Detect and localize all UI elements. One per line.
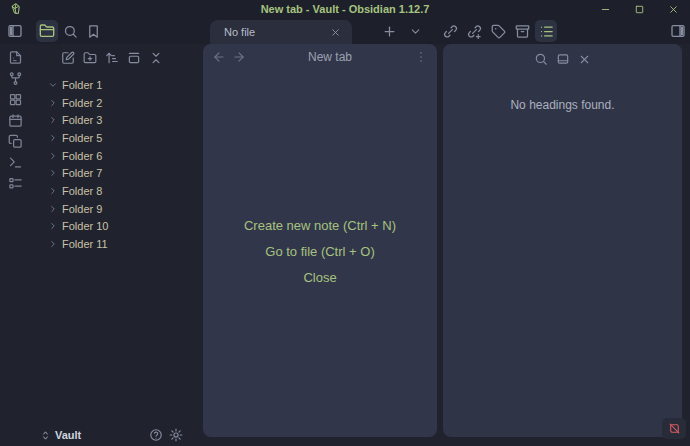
empty-state-actions: Create new note (Ctrl + N) Go to file (C… [203, 218, 437, 285]
arrow-left-icon [212, 50, 226, 64]
chevron-down-icon [409, 25, 422, 38]
folder-icon [39, 23, 55, 39]
view-header: New tab [203, 44, 437, 70]
new-canvas-button[interactable] [4, 47, 26, 68]
folder-item[interactable]: Folder 9 [0, 200, 200, 218]
outline-close-button[interactable] [575, 49, 595, 69]
outgoing-links-button[interactable] [463, 20, 485, 42]
chevron-right-icon [48, 204, 58, 214]
backlinks-button[interactable] [439, 20, 461, 42]
folder-name: Folder 2 [62, 97, 102, 109]
file-explorer-toolbar [58, 48, 166, 68]
tab-label: No file [224, 26, 326, 38]
stack-view-button[interactable] [124, 48, 144, 68]
outline-expand-button[interactable] [553, 49, 573, 69]
settings-button[interactable] [166, 425, 186, 445]
link-incoming-icon [443, 24, 458, 39]
folder-item[interactable]: Folder 5 [0, 129, 200, 147]
folder-name: Folder 1 [62, 79, 102, 91]
toggle-left-sidebar-button[interactable] [4, 20, 26, 42]
outline-header [443, 44, 682, 70]
search-icon [63, 24, 78, 39]
bookmark-icon [86, 24, 101, 39]
folder-item[interactable]: Folder 10 [0, 218, 200, 236]
folder-name: Folder 11 [62, 238, 108, 250]
help-icon [149, 428, 163, 442]
dots-vertical-icon [414, 50, 428, 64]
new-folder-button[interactable] [80, 48, 100, 68]
outline-empty-message: No headings found. [443, 98, 682, 112]
chevrons-up-down-icon [40, 430, 51, 441]
status-bar [662, 418, 686, 439]
tab-list-button[interactable] [404, 20, 426, 42]
folder-item[interactable]: Folder 1 [0, 76, 200, 94]
folder-name: Folder 8 [62, 185, 102, 197]
sort-order-button[interactable] [102, 48, 122, 68]
folder-name: Folder 6 [62, 150, 102, 162]
folder-item[interactable]: Folder 11 [0, 235, 200, 253]
folder-plus-icon [83, 51, 97, 65]
empty-state-action-link[interactable]: Close [303, 270, 336, 285]
close-button[interactable] [656, 0, 690, 18]
archive-icon [515, 24, 530, 39]
chevron-right-icon [48, 239, 58, 249]
collapse-all-button[interactable] [146, 48, 166, 68]
navigate-back-button[interactable] [209, 47, 229, 67]
more-options-button[interactable] [411, 47, 431, 67]
sort-icon [105, 51, 119, 65]
folder-name: Folder 5 [62, 132, 102, 144]
new-note-button[interactable] [58, 48, 78, 68]
folder-item[interactable]: Folder 7 [0, 164, 200, 182]
file-explorer-tree: Folder 1 Folder 2 Folder 3 Folder 5 Fold… [0, 76, 200, 253]
tab-no-file[interactable]: No file [210, 20, 352, 44]
outline-list-icon [539, 24, 554, 39]
search-icon [534, 52, 548, 66]
chevron-right-icon [48, 80, 58, 90]
tags-button[interactable] [487, 20, 509, 42]
folder-name: Folder 3 [62, 114, 102, 126]
chevron-right-icon [48, 151, 58, 161]
navigate-forward-button[interactable] [229, 47, 249, 67]
expand-icon [556, 52, 570, 66]
folder-item[interactable]: Folder 2 [0, 94, 200, 112]
outline-search-button[interactable] [531, 49, 551, 69]
chevron-right-icon [48, 186, 58, 196]
toggle-right-sidebar-button[interactable] [667, 20, 689, 42]
empty-state-action-link[interactable]: Go to file (Ctrl + O) [265, 244, 374, 259]
empty-state-action-link[interactable]: Create new note (Ctrl + N) [244, 218, 396, 233]
outline-button[interactable] [535, 20, 557, 42]
titlebar: New tab - Vault - Obsidian 1.12.7 [0, 0, 690, 18]
plus-icon [382, 24, 397, 39]
chevron-right-icon [48, 168, 58, 178]
maximize-button[interactable] [622, 0, 656, 18]
top-strip: No file [0, 18, 690, 44]
bookmarks-tab-button[interactable] [82, 20, 104, 42]
outline-panel: No headings found. [443, 44, 682, 437]
archive-button[interactable] [511, 20, 533, 42]
vault-row: Vault [40, 425, 186, 445]
new-tab-button[interactable] [378, 20, 400, 42]
stack-icon [127, 51, 141, 65]
arrow-right-icon [232, 50, 246, 64]
vault-switcher[interactable]: Vault [40, 429, 81, 441]
tab-close-icon[interactable] [326, 23, 344, 41]
folder-name: Folder 7 [62, 167, 102, 179]
edit-icon [61, 51, 75, 65]
obsidian-window: New tab - Vault - Obsidian 1.12.7 No fil… [0, 0, 690, 446]
view-title: New tab [249, 50, 411, 64]
left-toolbar [4, 20, 105, 42]
folder-item[interactable]: Folder 8 [0, 182, 200, 200]
gear-icon [169, 428, 183, 442]
folder-item[interactable]: Folder 6 [0, 147, 200, 165]
folder-name: Folder 9 [62, 203, 102, 215]
files-tab-button[interactable] [36, 20, 58, 42]
minimize-button[interactable] [588, 0, 622, 18]
document-icon [8, 50, 23, 65]
window-controls [588, 0, 690, 18]
sync-off-icon[interactable] [668, 422, 681, 435]
link-plus-icon [467, 24, 482, 39]
chevron-right-icon [48, 98, 58, 108]
help-button[interactable] [146, 425, 166, 445]
search-tab-button[interactable] [59, 20, 81, 42]
folder-item[interactable]: Folder 3 [0, 111, 200, 129]
